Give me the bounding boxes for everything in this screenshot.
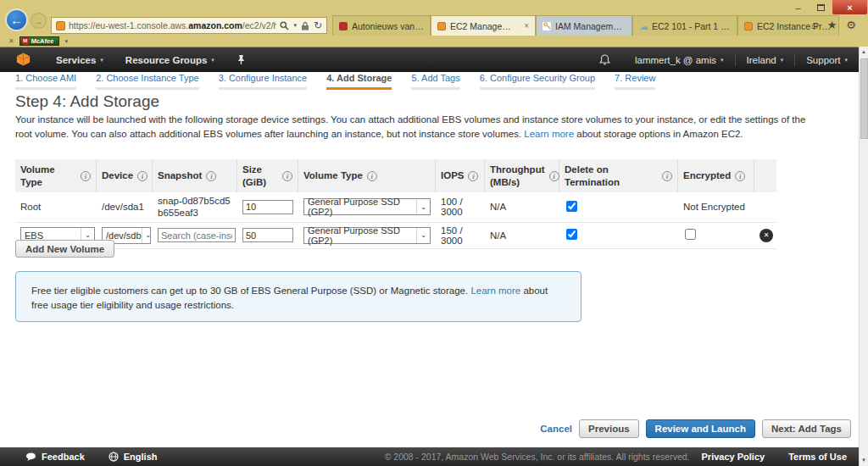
root-throughput-label: N/A [485,202,559,212]
nav-account-menu[interactable]: lammert_k @ amis▾ [624,47,735,72]
cancel-link[interactable]: Cancel [540,424,572,434]
chevron-down-icon: ▾ [781,57,784,64]
nav-region-menu[interactable]: Ireland▾ [736,47,795,72]
aws-logo-icon[interactable] [15,52,31,69]
chevron-down-icon: ⌄ [416,199,430,214]
language-button[interactable]: English [97,452,170,462]
step-add-storage[interactable]: 4. Add Storage [326,73,392,90]
window-minimize-button[interactable]: – [787,0,810,14]
free-tier-learn-more-link[interactable]: Learn more [470,286,520,296]
nav-support-menu[interactable]: Support▾ [795,47,859,72]
chevron-down-icon: ▾ [211,57,214,64]
nav-services[interactable]: Services▾ [45,47,114,72]
info-icon[interactable]: i [206,171,216,181]
step-review[interactable]: 7. Review [615,73,655,90]
mcafee-dropdown-caret-icon[interactable]: ▾ [64,38,68,45]
info-icon[interactable]: i [81,171,91,181]
next-add-tags-button[interactable]: Next: Add Tags [762,419,851,438]
favorites-star-icon[interactable]: ★ [827,19,837,31]
info-icon[interactable]: i [549,171,559,181]
chevron-down-icon: ▾ [721,57,724,64]
info-icon[interactable]: i [367,171,377,181]
search-dropdown-caret-icon[interactable]: ▾ [293,22,297,29]
ebs-snapshot-search-input[interactable] [158,228,236,242]
ebs-size-input[interactable] [242,228,293,242]
aws-navbar: Services▾ Resource Groups▾ lammert_k @ a… [0,47,859,72]
notifications-bell-icon[interactable] [586,47,624,72]
info-icon[interactable]: i [662,171,672,181]
step-add-tags[interactable]: 5. Add Tags [411,73,459,90]
learn-more-link[interactable]: Learn more [524,129,574,139]
root-device-label: /dev/sda1 [97,202,153,212]
toolbar-close-icon[interactable]: ✕ [8,37,14,45]
scroll-down-arrow-icon[interactable]: ▼ [860,458,868,463]
chevron-down-icon: ▾ [100,57,103,64]
page-description: Your instance will be launched with the … [15,113,819,141]
browser-tab-ec2-console[interactable]: EC2 Management Console × [431,15,536,36]
info-icon[interactable]: i [282,171,292,181]
ebs-encrypted-checkbox[interactable] [685,229,696,240]
browser-tab-autonieuws[interactable]: Autonieuws van de straat : A... [332,15,431,36]
console-footer: Feedback English © 2008 - 2017, Amazon W… [0,447,859,466]
remove-volume-button[interactable]: ✕ [760,229,773,242]
table-header-row: Volume Typei Devicei Snapshoti Size (GiB… [15,159,776,192]
info-icon[interactable]: i [468,171,478,181]
previous-button[interactable]: Previous [579,419,639,438]
chevron-down-icon: ▾ [844,57,848,64]
root-volume-type-label: Root [15,202,97,212]
privacy-policy-link[interactable]: Privacy Policy [690,452,777,462]
page-title: Step 4: Add Storage [15,92,159,111]
ebs-delete-on-termination-checkbox[interactable] [566,229,577,240]
root-encrypted-label: Not Encrypted [678,202,754,212]
root-size-input[interactable] [242,200,293,214]
browser-tab-ec2-101[interactable]: ☁ EC2 101 - Part 1 - Certified S... [632,15,737,36]
autonieuws-favicon [339,22,348,31]
speech-bubble-icon [25,452,36,462]
add-new-volume-button[interactable]: Add New Volume [15,240,114,258]
chevron-down-icon: ⌄ [416,228,430,243]
home-icon[interactable]: ⌂ [811,19,818,31]
step-choose-ami[interactable]: 1. Choose AMI [15,73,76,90]
step-configure-instance[interactable]: 3. Configure Instance [219,73,308,90]
refresh-icon[interactable]: ↻ [314,20,322,31]
table-row-ebs-volume: EBS⌄ /dev/sdb⌄ General Purpose SSD (GP2)… [15,223,776,249]
iam-key-favicon [542,22,551,31]
browser-tab-iam-console[interactable]: IAM Management Console [536,15,632,36]
address-bar[interactable]: https://eu-west-1.console.aws.amazon.com… [51,17,327,34]
table-row-root-volume: Root /dev/sda1 snap-0d87b5cd5b655eaf3 Ge… [15,192,776,223]
wizard-steps: 1. Choose AMI 2. Choose Instance Type 3.… [0,73,859,90]
search-icon[interactable] [280,21,289,31]
aws-favicon [56,21,65,31]
info-icon[interactable]: i [735,171,745,181]
window-close-button[interactable]: × [832,0,867,14]
free-tier-notice: Free tier eligible customers can get up … [15,271,581,322]
info-icon[interactable]: i [137,171,147,181]
scroll-up-arrow-icon[interactable]: ▲ [860,49,868,54]
review-and-launch-button[interactable]: Review and Launch [646,419,755,438]
ebs-volume-type-dropdown[interactable]: General Purpose SSD (GP2)⌄ [303,227,431,244]
step-choose-instance-type[interactable]: 2. Choose Instance Type [96,73,199,90]
nav-resource-groups[interactable]: Resource Groups▾ [114,47,225,72]
tab-close-icon[interactable]: × [524,21,529,31]
browser-forward-button[interactable]: → [31,13,47,29]
browser-back-button[interactable]: ← [5,8,28,31]
pin-icon[interactable] [225,47,257,72]
root-volume-type-select[interactable]: General Purpose SSD (GP2)⌄ [303,198,431,215]
step-configure-security-group[interactable]: 6. Configure Security Group [480,73,595,90]
settings-gear-icon[interactable]: ⚙ [846,19,856,31]
root-delete-on-termination-checkbox[interactable] [566,201,577,212]
restore-icon [817,4,825,11]
copyright-text: © 2008 - 2017, Amazon Web Services, Inc.… [385,452,690,462]
mcafee-toolbar: ✕ M McAfee ▾ [0,36,868,47]
scrollbar-thumb[interactable] [860,58,868,139]
terms-of-use-link[interactable]: Terms of Use [776,452,859,462]
browser-tabs: Autonieuws van de straat : A... EC2 Mana… [332,15,839,36]
vertical-scrollbar[interactable]: ▲ ▼ [859,47,868,466]
mcafee-badge[interactable]: M McAfee [19,36,60,46]
feedback-button[interactable]: Feedback [0,452,97,462]
root-iops-label: 100 / 3000 [436,197,485,217]
globe-icon [108,452,119,462]
aws-favicon [744,22,753,31]
ebs-throughput-label: N/A [485,230,559,241]
window-restore-button[interactable] [810,0,832,14]
